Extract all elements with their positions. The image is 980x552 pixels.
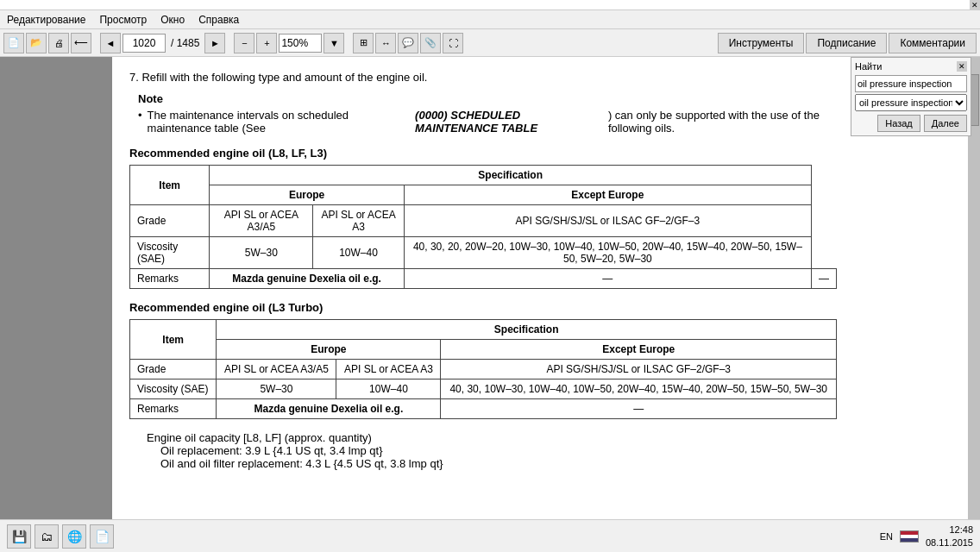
tools-btn[interactable]: Инструменты	[718, 33, 805, 53]
remarks-except-dash: —	[811, 269, 836, 289]
search-prev-btn[interactable]: Назад	[877, 115, 920, 132]
toolbar-print[interactable]: 🖨	[48, 33, 69, 53]
step7-text: 7. Refill with the following type and am…	[129, 71, 837, 84]
attach-btn[interactable]: 📎	[420, 33, 441, 53]
toolbar-right: Инструменты Подписание Комментарии	[718, 33, 977, 53]
t2-grade-europe2: API SL or ACEA A3	[336, 360, 441, 380]
menu-edit[interactable]: Редактирование	[3, 12, 89, 28]
status-bar: 💾 🗂 🌐 📄 EN 12:48 08.11.2015	[0, 519, 980, 552]
page-total-label: / 1485	[167, 37, 203, 49]
table1-europe-header: Europe	[210, 185, 404, 205]
statusbar-icon2[interactable]: 🗂	[35, 524, 59, 549]
t2-grade-except: API SG/SH/SJ/SL or ILSAC GF–2/GF–3	[441, 360, 837, 380]
search-select[interactable]: oil pressure inspection	[855, 94, 967, 111]
title-bar: ✕	[0, 0, 980, 10]
search-close-icon[interactable]: ✕	[957, 61, 967, 72]
search-input[interactable]	[855, 75, 967, 92]
table1-item-header: Item	[130, 166, 210, 205]
table-row: Grade API SL or ACEA A3/A5 API SL or ACE…	[130, 360, 837, 380]
search-label: Найти	[855, 61, 882, 72]
grade-europe1: API SL or ACEA A3/A5	[210, 205, 313, 237]
main-layout: 7. Refill with the following type and am…	[0, 57, 980, 519]
search-panel: Найти ✕ oil pressure inspection Назад Да…	[851, 57, 971, 136]
content-area[interactable]: 7. Refill with the following type and am…	[112, 57, 968, 519]
t2-remarks-europe-bold: Mazda genuine Dexelia oil e.g.	[217, 399, 441, 419]
zoom-dropdown[interactable]: ▼	[324, 33, 344, 53]
search-buttons: Назад Далее	[855, 115, 967, 132]
t2-grade-europe1: API SL or ACEA A3/A5	[217, 360, 336, 380]
fit-page-btn[interactable]: ⊞	[353, 33, 374, 53]
capacity-line2: Oil and oil filter replacement: 4.3 L {4…	[129, 457, 837, 470]
note-text2: ) can only be supported with the use of …	[608, 109, 837, 135]
close-icon[interactable]: ✕	[970, 0, 980, 10]
capacity-title: Engine oil capacity [L8, LF] (approx. qu…	[129, 431, 837, 444]
table-row: Remarks Mazda genuine Dexelia oil e.g. —…	[130, 269, 837, 289]
table1: Item Specification Europe Except Europe …	[129, 165, 837, 289]
t2-viscosity-item: Viscosity (SAE)	[130, 380, 217, 399]
table-row: Viscosity (SAE) 5W–30 10W–40 5W–20 40, 3…	[130, 237, 837, 269]
t2-remarks-item: Remarks	[130, 399, 217, 419]
viscosity-europe1: 5W–30	[210, 237, 313, 269]
table1-title: Recommended engine oil (L8, LF, L3)	[129, 147, 837, 160]
t2-viscosity-europe1: 5W–30	[217, 380, 336, 399]
table-row: Remarks Mazda genuine Dexelia oil e.g. —	[130, 399, 837, 419]
table2-europe-header: Europe	[217, 340, 441, 360]
note-section: Note The maintenance intervals on schedu…	[129, 92, 837, 135]
zoom-input[interactable]	[279, 34, 322, 53]
menu-window[interactable]: Окно	[157, 12, 188, 28]
left-sidebar	[0, 57, 112, 519]
document-content: 7. Refill with the following type and am…	[129, 71, 837, 470]
search-next-btn[interactable]: Далее	[924, 115, 967, 132]
grade-europe2: API SL or ACEA A3	[313, 205, 404, 237]
menu-help[interactable]: Справка	[195, 12, 242, 28]
table2-except-header: Except Europe	[441, 340, 837, 360]
status-time: 12:48 08.11.2015	[926, 524, 973, 549]
statusbar-icon1[interactable]: 💾	[7, 524, 31, 549]
table2: Item Specification Europe Except Europe …	[129, 319, 837, 419]
zoom-out-btn[interactable]: −	[234, 33, 254, 53]
grade-except: API SG/SH/SJ/SL or ILSAC GF–2/GF–3	[404, 205, 811, 237]
table1-except-header: Except Europe	[404, 185, 811, 205]
comments-btn[interactable]: Комментарии	[889, 33, 977, 53]
table2-title: Recommended engine oil (L3 Turbo)	[129, 301, 837, 314]
table-row: Viscosity (SAE) 5W–30 10W–40 40, 30, 10W…	[130, 380, 837, 399]
remarks-europe-dash: —	[404, 269, 811, 289]
menu-bar: Редактирование Просмотр Окно Справка	[0, 10, 980, 29]
comment-btn[interactable]: 💬	[398, 33, 418, 53]
toolbar: 📄 📂 🖨 ⟵ ◄ / 1485 ► − + ▼ ⊞ ↔ 💬 📎 ⛶ Инстр…	[0, 29, 980, 57]
note-italic: (0000) SCHEDULED MAINTENANCE TABLE	[415, 109, 603, 135]
table2-spec-header: Specification	[217, 320, 837, 340]
menu-view[interactable]: Просмотр	[96, 12, 150, 28]
page-number-input[interactable]	[122, 34, 166, 53]
sign-btn[interactable]: Подписание	[806, 33, 887, 53]
toolbar-icon2[interactable]: 📂	[26, 33, 47, 53]
toolbar-nav-fwd[interactable]: ►	[204, 33, 225, 53]
t2-viscosity-europe2: 10W–40	[336, 380, 441, 399]
zoom-in-btn[interactable]: +	[256, 33, 277, 53]
viscosity-europe2: 10W–40	[313, 237, 404, 269]
note-title: Note	[138, 92, 837, 105]
remarks-europe-bold: Mazda genuine Dexelia oil e.g.	[210, 269, 404, 289]
t2-grade-item: Grade	[130, 360, 217, 380]
t2-remarks-except-dash: —	[441, 399, 837, 419]
fullscreen-btn[interactable]: ⛶	[443, 33, 463, 53]
note-text1: The maintenance intervals on scheduled m…	[148, 109, 411, 135]
remarks-item: Remarks	[130, 269, 210, 289]
statusbar-icon3[interactable]: 🌐	[62, 524, 86, 549]
status-lang: EN	[880, 531, 893, 542]
toolbar-icon1[interactable]: 📄	[3, 33, 24, 53]
table1-spec-header: Specification	[210, 166, 812, 185]
statusbar-icon4[interactable]: 📄	[90, 524, 114, 549]
viscosity-except: 40, 30, 20, 20W–20, 10W–30, 10W–40, 10W–…	[404, 237, 811, 269]
toolbar-nav-back[interactable]: ◄	[100, 33, 121, 53]
t2-viscosity-except: 40, 30, 10W–30, 10W–40, 10W–50, 20W–40, …	[441, 380, 837, 399]
flag-icon	[900, 530, 919, 543]
note-bullet: The maintenance intervals on scheduled m…	[138, 109, 837, 135]
viscosity-item: Viscosity (SAE)	[130, 237, 210, 269]
table-row: Grade API SL or ACEA A3/A5 API SL or ACE…	[130, 205, 837, 237]
table2-item-header: Item	[130, 320, 217, 360]
status-right: EN 12:48 08.11.2015	[880, 524, 973, 549]
grade-item: Grade	[130, 205, 210, 237]
toolbar-icon3[interactable]: ⟵	[71, 33, 91, 53]
fit-width-btn[interactable]: ↔	[375, 33, 396, 53]
